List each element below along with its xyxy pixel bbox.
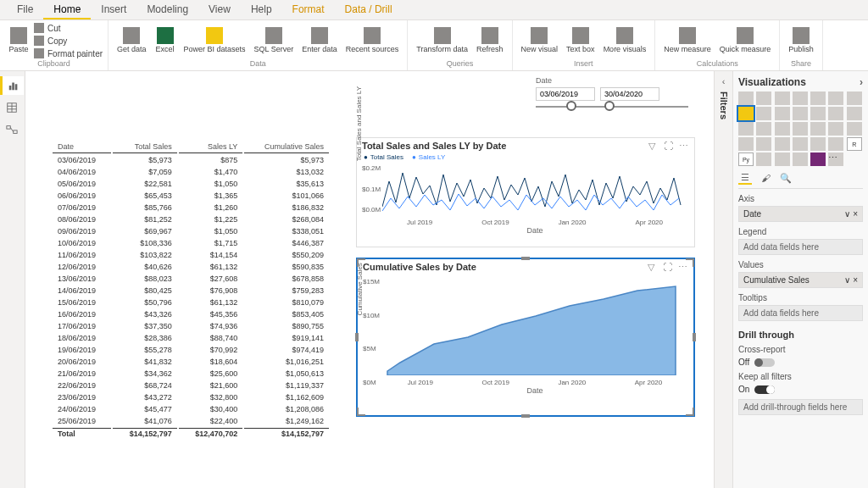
more-visuals-button[interactable]: More visuals bbox=[600, 25, 650, 56]
filter-icon[interactable]: ▽ bbox=[648, 141, 659, 151]
viz-stacked-bar-icon[interactable] bbox=[738, 92, 754, 105]
viz-clustered-bar-icon[interactable] bbox=[775, 92, 790, 105]
table-row[interactable]: 18/06/2019$28,386$88,740$919,141 bbox=[53, 333, 329, 343]
table-row[interactable]: 12/06/2019$40,626$61,132$590,835 bbox=[53, 262, 329, 272]
viz-import-icon[interactable]: ⋯ bbox=[828, 152, 843, 166]
viz-scatter-icon[interactable] bbox=[738, 122, 754, 136]
menu-data-drill[interactable]: Data / Drill bbox=[335, 0, 403, 19]
viz-area-icon[interactable] bbox=[738, 107, 754, 120]
viz-treemap-icon[interactable] bbox=[793, 122, 808, 136]
menu-format[interactable]: Format bbox=[282, 0, 335, 19]
resize-handle-bottom[interactable] bbox=[521, 414, 530, 418]
table-row[interactable]: 08/06/2019$81,252$1,225$268,084 bbox=[53, 214, 329, 225]
viz-100-bar-icon[interactable] bbox=[810, 92, 826, 105]
table-row[interactable]: 09/06/2019$69,967$1,050$338,051 bbox=[53, 226, 329, 236]
recent-sources-button[interactable]: Recent sources bbox=[342, 25, 403, 56]
viz-gauge-icon[interactable] bbox=[847, 122, 862, 136]
cut-button[interactable]: Cut bbox=[34, 22, 103, 34]
viz-card-icon[interactable] bbox=[738, 137, 754, 151]
date-slicer[interactable]: Date bbox=[536, 76, 688, 108]
collapse-pane-icon[interactable]: › bbox=[860, 76, 863, 88]
slider-handle-to[interactable] bbox=[604, 101, 615, 111]
axis-well[interactable]: Date∨ × bbox=[738, 206, 863, 222]
expand-filters-icon[interactable]: ‹ bbox=[722, 76, 726, 86]
pbi-datasets-button[interactable]: Power BI datasets bbox=[181, 25, 249, 56]
table-row[interactable]: 24/06/2019$45,477$30,400$1,208,086 bbox=[53, 404, 329, 414]
table-row[interactable]: 04/06/2019$7,059$1,470$13,032 bbox=[53, 167, 329, 177]
viz-python-icon[interactable]: Py bbox=[738, 152, 754, 166]
menu-home[interactable]: Home bbox=[43, 0, 91, 19]
focus-icon[interactable]: ⛶ bbox=[664, 141, 674, 151]
cross-report-toggle[interactable]: Off bbox=[738, 358, 863, 367]
viz-decomposition-icon[interactable] bbox=[775, 152, 790, 166]
viz-funnel-icon[interactable] bbox=[847, 107, 862, 120]
menu-modeling[interactable]: Modeling bbox=[136, 0, 198, 19]
paste-button[interactable]: Paste bbox=[5, 25, 32, 56]
viz-100-column-icon[interactable] bbox=[828, 92, 843, 105]
viz-line-stacked-icon[interactable] bbox=[775, 107, 790, 120]
chevron-down-icon[interactable]: ∨ × bbox=[844, 209, 858, 219]
date-to-input[interactable] bbox=[600, 87, 659, 101]
table-row[interactable]: 11/06/2019$103,822$14,154$550,209 bbox=[53, 250, 329, 260]
keep-filters-toggle[interactable]: On bbox=[738, 385, 863, 394]
enter-data-button[interactable]: Enter data bbox=[298, 25, 341, 56]
slider-handle-from[interactable] bbox=[566, 101, 576, 111]
model-view-button[interactable] bbox=[0, 120, 24, 139]
table-header[interactable]: Cumulative Sales bbox=[244, 141, 329, 153]
table-row[interactable]: 17/06/2019$37,350$74,936$890,755 bbox=[53, 321, 329, 331]
values-well[interactable]: Cumulative Sales∨ × bbox=[738, 272, 863, 288]
menu-file[interactable]: File bbox=[7, 0, 43, 19]
new-visual-button[interactable]: New visual bbox=[518, 25, 562, 56]
viz-table-icon[interactable] bbox=[810, 137, 826, 151]
viz-pie-icon[interactable] bbox=[756, 122, 771, 136]
viz-filled-map-icon[interactable] bbox=[828, 122, 843, 136]
menu-view[interactable]: View bbox=[198, 0, 241, 19]
date-slider[interactable] bbox=[536, 106, 688, 108]
table-row[interactable]: 14/06/2019$80,425$76,908$759,283 bbox=[53, 286, 329, 296]
viz-map-icon[interactable] bbox=[810, 122, 826, 136]
resize-handle-tr[interactable] bbox=[686, 258, 694, 267]
resize-handle-bl[interactable] bbox=[357, 408, 365, 416]
viz-line-icon[interactable] bbox=[847, 92, 862, 105]
data-view-button[interactable] bbox=[0, 98, 24, 117]
table-header[interactable]: Date bbox=[53, 141, 111, 153]
focus-icon[interactable]: ⛶ bbox=[663, 262, 673, 272]
table-row[interactable]: 25/06/2019$41,076$22,400$1,249,162 bbox=[53, 416, 329, 426]
table-row[interactable]: 10/06/2019$108,336$1,715$446,387 bbox=[53, 238, 329, 248]
viz-stacked-column-icon[interactable] bbox=[756, 92, 771, 105]
chevron-down-icon[interactable]: ∨ × bbox=[844, 275, 858, 285]
viz-line-clustered-icon[interactable] bbox=[793, 107, 808, 120]
drill-through-well[interactable]: Add drill-through fields here bbox=[738, 399, 863, 415]
table-row[interactable]: 03/06/2019$5,973$875$5,973 bbox=[53, 155, 329, 165]
fields-tab-icon[interactable]: ☰ bbox=[738, 171, 752, 185]
new-measure-button[interactable]: New measure bbox=[660, 25, 715, 56]
copy-button[interactable]: Copy bbox=[34, 35, 103, 47]
table-row[interactable]: 16/06/2019$43,326$45,356$853,405 bbox=[53, 309, 329, 319]
text-box-button[interactable]: Text box bbox=[563, 25, 598, 56]
resize-handle-top[interactable] bbox=[521, 257, 530, 260]
table-row[interactable]: 05/06/2019$22,581$1,050$35,613 bbox=[53, 179, 329, 189]
format-tab-icon[interactable]: 🖌 bbox=[759, 171, 772, 185]
viz-multi-card-icon[interactable] bbox=[756, 137, 771, 151]
table-row[interactable]: 15/06/2019$50,796$61,132$810,079 bbox=[53, 297, 329, 308]
transform-data-button[interactable]: Transform data bbox=[413, 25, 471, 56]
sql-button[interactable]: SQL Server bbox=[251, 25, 298, 56]
table-row[interactable]: 07/06/2019$85,766$1,260$186,832 bbox=[53, 202, 329, 213]
report-canvas[interactable]: Date DateTotal SalesSales LYCumulative S… bbox=[25, 71, 714, 488]
publish-button[interactable]: Publish bbox=[785, 25, 817, 56]
menu-help[interactable]: Help bbox=[241, 0, 282, 19]
filters-pane-collapsed[interactable]: ‹ Filters bbox=[714, 71, 732, 488]
viz-slicer-icon[interactable] bbox=[793, 137, 808, 151]
get-data-button[interactable]: Get data bbox=[114, 25, 150, 56]
table-row[interactable]: 20/06/2019$41,832$18,604$1,016,251 bbox=[53, 357, 329, 367]
viz-matrix-icon[interactable] bbox=[828, 137, 843, 151]
table-header[interactable]: Total Sales bbox=[113, 141, 176, 153]
table-header[interactable]: Sales LY bbox=[179, 141, 242, 153]
viz-ribbon-icon[interactable] bbox=[810, 107, 826, 120]
table-row[interactable]: 13/06/2019$88,023$27,608$678,858 bbox=[53, 274, 329, 284]
analytics-tab-icon[interactable]: 🔍 bbox=[779, 171, 793, 185]
table-row[interactable]: 06/06/2019$65,453$1,365$101,066 bbox=[53, 191, 329, 201]
viz-r-icon[interactable]: R bbox=[847, 137, 862, 151]
table-row[interactable]: 22/06/2019$68,724$21,600$1,119,337 bbox=[53, 380, 329, 391]
more-icon[interactable]: ⋯ bbox=[679, 141, 689, 151]
